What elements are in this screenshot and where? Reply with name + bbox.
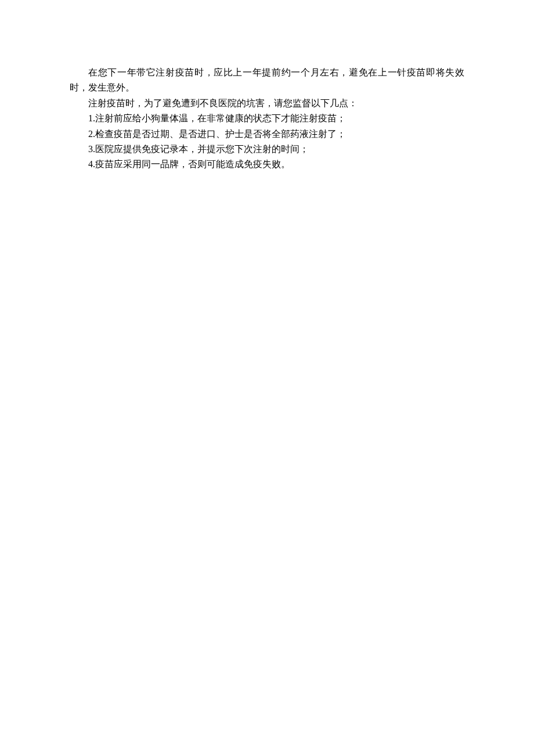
list-item-1: 1.注射前应给小狗量体温，在非常健康的状态下才能注射疫苗； [70, 111, 464, 126]
document-body: 在您下一年带它注射疫苗时，应比上一年提前约一个月左右，避免在上一针疫苗即将失效时… [70, 65, 464, 172]
paragraph-2: 注射疫苗时，为了避免遭到不良医院的坑害，请您监督以下几点： [70, 96, 464, 111]
list-item-2: 2.检查疫苗是否过期、是否进口、护士是否将全部药液注射了； [70, 127, 464, 142]
list-item-4: 4.疫苗应采用同一品牌，否则可能造成免疫失败。 [70, 157, 464, 172]
list-item-3: 3.医院应提供免疫记录本，并提示您下次注射的时间； [70, 142, 464, 157]
paragraph-1: 在您下一年带它注射疫苗时，应比上一年提前约一个月左右，避免在上一针疫苗即将失效时… [70, 65, 464, 96]
